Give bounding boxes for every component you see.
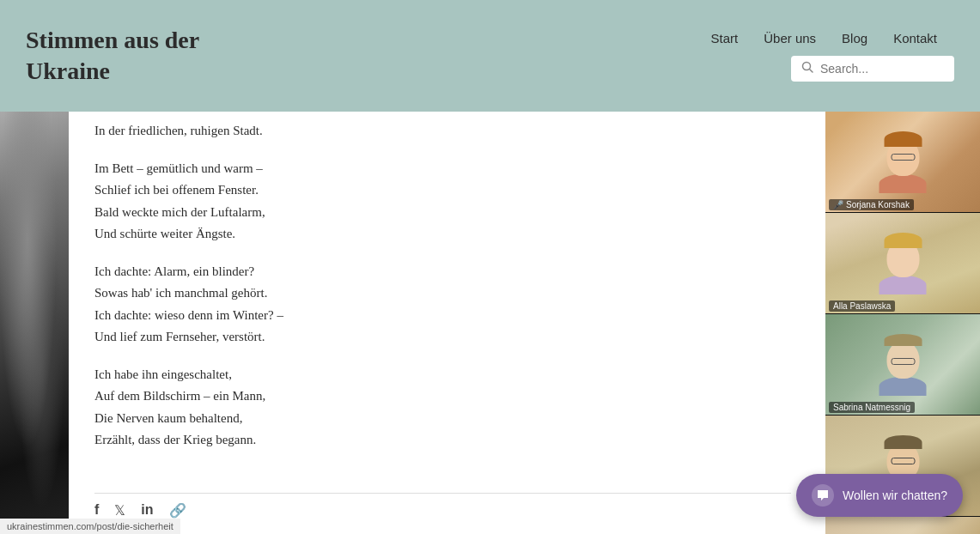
main-area: In der friedlichen, ruhigen Stadt. Im Be… — [0, 112, 980, 534]
nav-kontakt[interactable]: Kontakt — [893, 31, 937, 46]
facebook-icon[interactable]: f — [94, 502, 99, 518]
video-tile-5: 🎤 Khrystyna Dyakiv — [825, 517, 980, 534]
search-input[interactable] — [820, 62, 940, 76]
site-title: Stimmen aus der Ukraine — [26, 25, 199, 88]
video-tile-2: Alla Paslawska — [825, 213, 980, 314]
poem-stanza-4: Ich habe ihn eingeschaltet, Auf dem Bild… — [94, 364, 791, 452]
poem-stanza-2: Im Bett – gemütlich und warm – Schlief i… — [94, 158, 791, 246]
chat-icon — [812, 484, 834, 507]
main-nav: Start Über uns Blog Kontakt — [711, 31, 937, 46]
video-tile-1: 🎤 Sorjana Korshak — [825, 112, 980, 213]
poem-stanza-1: In der friedlichen, ruhigen Stadt. — [94, 120, 791, 143]
face-2 — [880, 240, 927, 294]
content-area: In der friedlichen, ruhigen Stadt. Im Be… — [69, 112, 825, 534]
link-icon[interactable]: 🔗 — [169, 502, 186, 519]
header-right: Start Über uns Blog Kontakt — [711, 31, 954, 82]
face-1 — [880, 138, 927, 193]
nav-start[interactable]: Start — [711, 31, 739, 46]
chat-label: Wollen wir chatten? — [843, 488, 947, 502]
name-tag-1: 🎤 Sorjana Korshak — [829, 199, 914, 210]
search-icon — [801, 61, 813, 76]
mic-icon-1: 🎤 — [833, 200, 843, 209]
url-bar: ukrainestimmen.com/post/die-sicherheit — [0, 519, 180, 534]
search-bar — [791, 56, 954, 82]
name-tag-2: Alla Paslawska — [829, 300, 895, 312]
svg-line-1 — [810, 69, 813, 72]
name-tag-3: Sabrina Natmessnig — [829, 402, 915, 413]
nav-ueber-uns[interactable]: Über uns — [764, 31, 816, 46]
nav-blog[interactable]: Blog — [842, 31, 867, 46]
header: Stimmen aus der Ukraine Start Über uns B… — [0, 0, 980, 112]
poem-stanza-3: Ich dachte: Alarm, ein blinder? Sowas ha… — [94, 261, 791, 349]
twitter-icon[interactable]: 𝕏 — [114, 502, 125, 519]
video-tile-3: Sabrina Natmessnig — [825, 314, 980, 416]
linkedin-icon[interactable]: in — [141, 502, 153, 518]
left-image — [0, 112, 69, 534]
video-sidebar: 🎤 Sorjana Korshak Alla Paslawska — [825, 112, 980, 534]
social-bar: f 𝕏 in 🔗 — [94, 493, 791, 519]
chat-bubble[interactable]: Wollen wir chatten? — [796, 474, 963, 517]
face-3 — [880, 341, 927, 396]
poem-text: In der friedlichen, ruhigen Stadt. Im Be… — [94, 120, 791, 467]
